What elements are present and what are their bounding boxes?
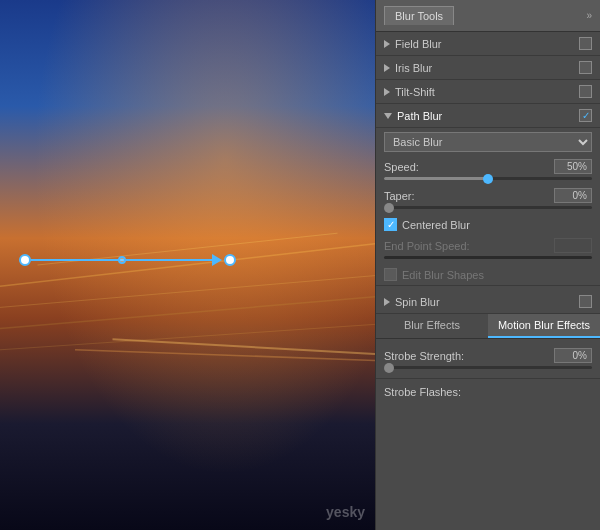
strobe-strength-input[interactable] xyxy=(554,348,592,363)
iris-blur-row[interactable]: Iris Blur xyxy=(376,56,600,80)
path-end-arrow[interactable] xyxy=(212,254,222,266)
strobe-flashes-label: Strobe Flashes: xyxy=(384,386,461,398)
svg-line-4 xyxy=(0,324,375,349)
panel: Blur Tools » Field Blur Iris Blur Tilt-S… xyxy=(375,0,600,530)
blur-path xyxy=(19,254,237,266)
motion-effects-section: Strobe Strength: Strobe Flashes: xyxy=(376,339,600,408)
iris-blur-label: Iris Blur xyxy=(395,62,579,74)
field-blur-checkbox[interactable] xyxy=(579,37,592,50)
path-midpoint[interactable] xyxy=(118,256,126,264)
divider xyxy=(376,378,600,379)
blur-effects-tab[interactable]: Blur Effects xyxy=(376,314,488,338)
endpoint-speed-track xyxy=(384,256,592,259)
path-start-point[interactable] xyxy=(19,254,31,266)
centered-blur-checkbox[interactable]: ✓ xyxy=(384,218,397,231)
bottom-tabs: Blur Effects Motion Blur Effects xyxy=(376,314,600,339)
motion-blur-effects-tab[interactable]: Motion Blur Effects xyxy=(488,314,600,338)
watermark: yesky xyxy=(326,504,365,520)
spin-blur-label: Spin Blur xyxy=(395,296,579,308)
speed-value-input[interactable] xyxy=(554,159,592,174)
expand-button[interactable]: » xyxy=(586,10,592,21)
edit-blur-shapes-label: Edit Blur Shapes xyxy=(402,269,484,281)
taper-value-input[interactable] xyxy=(554,188,592,203)
endpoint-speed-input xyxy=(554,238,592,253)
edit-blur-shapes-checkbox[interactable] xyxy=(384,268,397,281)
taper-slider-thumb[interactable] xyxy=(384,203,394,213)
strobe-strength-track xyxy=(384,366,592,369)
strobe-strength-row: Strobe Strength: xyxy=(376,345,600,374)
spin-blur-row[interactable]: Spin Blur xyxy=(376,290,600,314)
path-blur-checkbox[interactable]: ✓ xyxy=(579,109,592,122)
path-blur-row[interactable]: Path Blur ✓ xyxy=(376,104,600,128)
strobe-flashes-row: Strobe Flashes: xyxy=(376,383,600,402)
centered-blur-row: ✓ Centered Blur xyxy=(376,214,600,235)
speed-slider-thumb[interactable] xyxy=(483,174,493,184)
taper-slider-row: Taper: xyxy=(376,185,600,214)
path-blur-section: Basic Blur Speed: Taper: xyxy=(376,128,600,290)
taper-label: Taper: xyxy=(384,190,415,202)
tilt-shift-checkbox[interactable] xyxy=(579,85,592,98)
speed-label: Speed: xyxy=(384,161,419,173)
blur-tools-content: Field Blur Iris Blur Tilt-Shift Path Blu… xyxy=(376,32,600,530)
taper-slider-track xyxy=(384,206,592,209)
endpoint-speed-label: End Point Speed: xyxy=(384,240,470,252)
speed-slider-row: Speed: xyxy=(376,156,600,185)
spin-blur-checkbox[interactable] xyxy=(579,295,592,308)
field-blur-row[interactable]: Field Blur xyxy=(376,32,600,56)
endpoint-speed-row: End Point Speed: xyxy=(376,235,600,264)
panel-header: Blur Tools » xyxy=(376,0,600,32)
path-blur-label: Path Blur xyxy=(397,110,579,122)
strobe-strength-thumb[interactable] xyxy=(384,363,394,373)
tilt-shift-triangle xyxy=(384,88,390,96)
blur-tools-tab[interactable]: Blur Tools xyxy=(384,6,454,25)
blur-type-dropdown-row: Basic Blur xyxy=(376,128,600,156)
svg-line-3 xyxy=(0,297,375,329)
iris-blur-checkbox[interactable] xyxy=(579,61,592,74)
iris-blur-triangle xyxy=(384,64,390,72)
tilt-shift-row[interactable]: Tilt-Shift xyxy=(376,80,600,104)
path-end-point[interactable] xyxy=(224,254,236,266)
tilt-shift-label: Tilt-Shift xyxy=(395,86,579,98)
path-line xyxy=(31,259,213,261)
strobe-strength-label: Strobe Strength: xyxy=(384,350,464,362)
field-blur-label: Field Blur xyxy=(395,38,579,50)
centered-blur-label: Centered Blur xyxy=(402,219,470,231)
speed-slider-track xyxy=(384,177,592,180)
edit-blur-shapes-row[interactable]: Edit Blur Shapes xyxy=(376,264,600,286)
blur-type-select[interactable]: Basic Blur xyxy=(384,132,592,152)
speed-slider-fill xyxy=(384,177,488,180)
canvas-area: yesky xyxy=(0,0,375,530)
path-blur-triangle xyxy=(384,113,392,119)
field-blur-triangle xyxy=(384,40,390,48)
spin-blur-triangle xyxy=(384,298,390,306)
